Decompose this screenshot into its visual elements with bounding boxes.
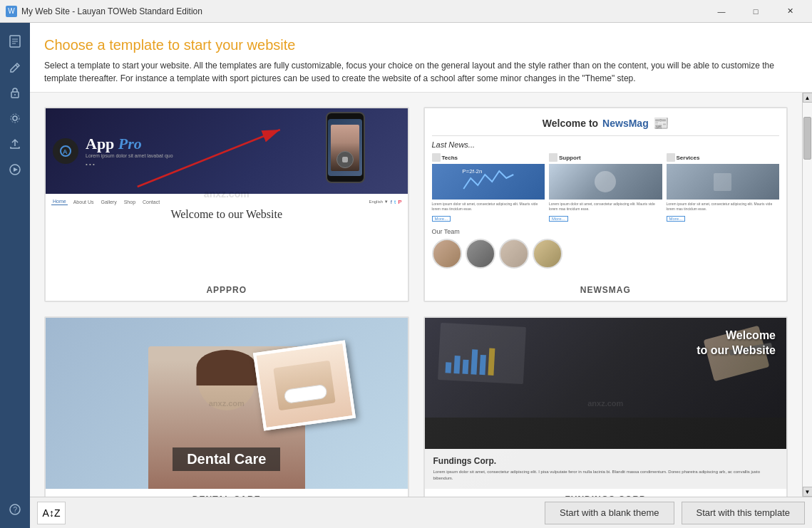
apppro-label: APPPRO — [46, 279, 408, 301]
svg-point-7 — [13, 116, 17, 120]
scrollbar-track — [803, 103, 812, 487]
title-bar-text: My Web Site - Lauyan TOWeb Standard Edit… — [21, 6, 705, 16]
scroll-up-button[interactable]: ▲ — [803, 93, 813, 103]
scroll-down-button[interactable]: ▼ — [803, 487, 813, 497]
fundings-label: FUNDINGS CORP — [425, 489, 787, 497]
page-title: Choose a template to start your website — [44, 37, 798, 53]
bottom-bar: A↕Z Start with a blank theme Start with … — [30, 497, 812, 528]
svg-text:P=2f-2n: P=2f-2n — [462, 168, 482, 175]
scrollbar[interactable]: ▲ ▼ — [802, 93, 812, 497]
sidebar: ? — [0, 23, 30, 528]
svg-point-6 — [14, 94, 16, 95]
app-icon: W — [6, 6, 17, 17]
minimize-button[interactable]: — — [705, 1, 738, 21]
newsmag-label: NEWSMAG — [425, 279, 787, 301]
template-area[interactable]: A App Pro Lorem ipsum dolor sit amet lav… — [30, 93, 802, 497]
template-preview-apppro: A App Pro Lorem ipsum dolor sit amet lav… — [46, 108, 408, 279]
dental-label: DENTAL CARE — [46, 489, 408, 497]
template-preview-newsmag: Welcome to NewsMag 📰 Last News... — [425, 108, 787, 279]
sort-button[interactable]: A↕Z — [37, 502, 66, 524]
template-grid: A App Pro Lorem ipsum dolor sit amet lav… — [44, 107, 788, 497]
sidebar-icon-play[interactable] — [4, 158, 26, 181]
svg-text:A: A — [63, 148, 68, 155]
page-header: Choose a template to start your website … — [30, 23, 812, 93]
sidebar-icon-upload[interactable] — [4, 133, 26, 155]
template-card-fundings[interactable]: Welcometo our Website Fundings Corp. Lor… — [423, 316, 788, 497]
maximize-button[interactable]: □ — [739, 1, 772, 21]
blank-theme-button[interactable]: Start with a blank theme — [545, 502, 674, 524]
template-preview-fundings: Welcometo our Website Fundings Corp. Lor… — [425, 318, 787, 489]
sidebar-icon-help[interactable]: ? — [4, 498, 26, 521]
svg-line-4 — [16, 65, 18, 67]
apppro-welcome: Welcome to our Website — [51, 208, 402, 221]
template-card-dental[interactable]: Dental Care anxz.com DENTAL CARE — [44, 316, 409, 497]
sidebar-icon-lock[interactable] — [4, 81, 26, 104]
content-area: Choose a template to start your website … — [30, 23, 812, 528]
template-preview-dental: Dental Care anxz.com — [46, 318, 408, 489]
start-template-button[interactable]: Start with this template — [682, 502, 806, 524]
sidebar-icon-page[interactable] — [4, 30, 26, 53]
sidebar-icon-settings[interactable] — [4, 107, 26, 130]
page-description: Select a template to start your website.… — [44, 59, 798, 85]
template-card-apppro[interactable]: A App Pro Lorem ipsum dolor sit amet lav… — [44, 107, 409, 302]
close-button[interactable]: ✕ — [774, 1, 806, 21]
apppro-logo-icon: A — [53, 138, 78, 164]
scrollbar-thumb[interactable] — [803, 117, 811, 160]
sidebar-icon-edit[interactable] — [4, 56, 26, 78]
title-bar: W My Web Site - Lauyan TOWeb Standard Ed… — [0, 0, 812, 23]
template-card-newsmag[interactable]: Welcome to NewsMag 📰 Last News... — [423, 107, 788, 302]
window-controls: — □ ✕ — [705, 1, 806, 21]
svg-point-8 — [11, 114, 19, 123]
apppro-phone — [326, 112, 365, 183]
main-container: ? Choose a template to start your websit… — [0, 23, 812, 528]
svg-text:?: ? — [14, 506, 18, 514]
